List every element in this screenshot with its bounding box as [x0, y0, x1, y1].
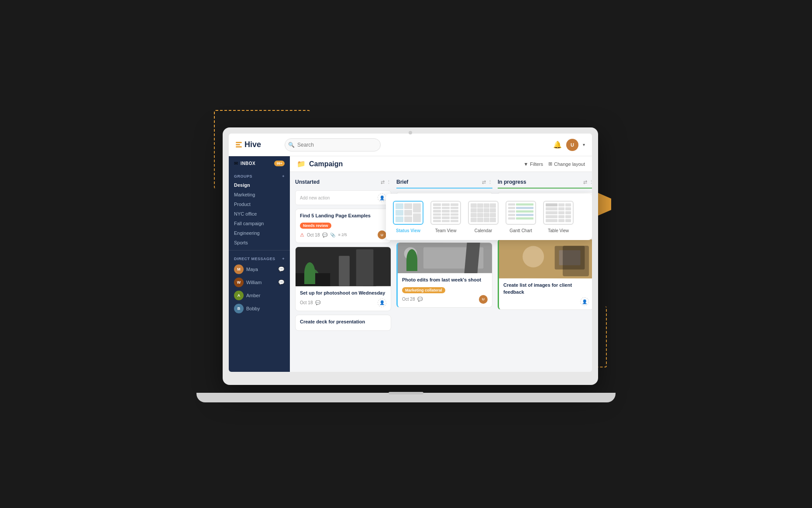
filters-label: Filters — [530, 161, 543, 167]
col-expand-icon[interactable]: ⇄ — [381, 179, 385, 185]
search-input[interactable] — [285, 138, 381, 151]
card-meta-7: 👤 — [503, 297, 589, 306]
table-row-4 — [546, 215, 571, 218]
dm-label: DIRECT MESSAGES — [234, 257, 275, 261]
view-label-table: Table View — [548, 228, 569, 233]
col-actions-brief: ⇄ ⋮ — [482, 179, 492, 185]
gantt-label-5 — [508, 217, 515, 220]
card-title-1: Find 5 Landing Page Examples — [300, 213, 386, 219]
laptop-shell: Hive 🔍 🔔 U ▾ ✉ — [223, 127, 598, 385]
client-image — [499, 239, 592, 278]
svg-point-11 — [523, 246, 544, 268]
webcam-notch — [409, 131, 412, 134]
view-thumb-team — [430, 201, 461, 225]
progress-1: ≡ 2/5 — [338, 233, 347, 237]
sidebar-item-engineering[interactable]: Engineering — [229, 228, 290, 238]
add-action-text-unstarted: Add new action — [300, 196, 330, 200]
search-icon: 🔍 — [288, 142, 295, 148]
dm-bobby[interactable]: B Bobby — [229, 302, 290, 315]
view-option-table[interactable]: Table View — [543, 201, 574, 233]
team-view-thumb — [433, 203, 458, 222]
svg-rect-2 — [339, 256, 350, 286]
inbox-badge: 99+ — [274, 161, 285, 166]
col-header-unstarted: Unstarted ⇄ ⋮ — [295, 177, 391, 187]
col-more-icon-inprogress[interactable]: ⋮ — [589, 179, 592, 185]
view-thumb-calendar — [468, 201, 499, 225]
view-option-calendar[interactable]: Calendar — [468, 201, 499, 233]
avatar[interactable]: U — [566, 139, 578, 151]
alert-icon-1: ⚠ — [300, 232, 304, 238]
view-option-status[interactable]: Status View — [393, 201, 423, 233]
dm-add-icon[interactable]: + — [282, 257, 285, 261]
kanban-board: Unstarted ⇄ ⋮ Add new action 👤 — [290, 172, 592, 372]
card-body-3: Create deck for presentation — [296, 315, 391, 330]
svg-rect-5 — [296, 273, 330, 286]
gantt-row-4 — [508, 214, 533, 216]
col-more-icon[interactable]: ⋮ — [386, 179, 391, 185]
card-client-images[interactable]: Create list of images for client feedbac… — [498, 239, 592, 310]
filters-button[interactable]: ▼ Filters — [523, 161, 543, 167]
column-unstarted: Unstarted ⇄ ⋮ Add new action 👤 — [295, 177, 391, 367]
sidebar-item-product[interactable]: Product — [229, 199, 290, 209]
sidebar-item-sports[interactable]: Sports — [229, 238, 290, 247]
card-photoshoot[interactable]: Set up for photoshoot on Wednesday Oct 1… — [295, 247, 391, 311]
photoshoot-image — [296, 247, 391, 286]
card-avatar-5: U — [479, 295, 488, 304]
col-more-icon-brief[interactable]: ⋮ — [488, 179, 492, 185]
header-right: 🔔 U ▾ — [553, 139, 585, 151]
card-meta-5: Oct 28 💬 U — [402, 295, 488, 304]
inbox-label: INBOX — [241, 161, 255, 166]
avatar-dropdown-icon[interactable]: ▾ — [583, 142, 585, 147]
sidebar-item-design[interactable]: Design — [229, 180, 290, 190]
comment-icon-1: 💬 — [322, 233, 327, 237]
comment-icon-5: 💬 — [417, 297, 423, 302]
sidebar-divider — [229, 250, 290, 251]
change-layout-button[interactable]: ⊞ Change layout — [548, 161, 585, 167]
bell-icon[interactable]: 🔔 — [553, 141, 562, 149]
sidebar: ✉ INBOX 99+ GROUPS + Design Marketing Pr… — [229, 156, 290, 372]
view-option-gantt[interactable]: Gantt Chart — [506, 201, 536, 233]
card-date-1: Oct 18 — [307, 233, 320, 237]
dm-name-maya: Maya — [246, 267, 258, 272]
tag-needs-review: Needs review — [300, 223, 331, 229]
sidebar-item-nyc[interactable]: NYC office — [229, 209, 290, 219]
groups-label: GROUPS — [234, 174, 252, 178]
col-header-brief: Brief ⇄ ⋮ — [396, 177, 492, 189]
comment-icon-2: 💬 — [315, 300, 320, 305]
unassigned-avatar-2: 👤 — [378, 299, 386, 307]
gantt-row-5 — [508, 217, 533, 220]
gantt-label-2 — [508, 207, 515, 209]
view-option-team[interactable]: Team View — [430, 201, 461, 233]
card-create-deck[interactable]: Create deck for presentation — [295, 315, 391, 331]
status-col-1 — [396, 203, 403, 222]
dm-name-bobby: Bobby — [246, 306, 260, 311]
laptop-screen: Hive 🔍 🔔 U ▾ ✉ — [229, 134, 592, 372]
col-expand-icon-inprogress[interactable]: ⇄ — [583, 179, 587, 185]
sidebar-item-marketing[interactable]: Marketing — [229, 190, 290, 199]
table-row-5 — [546, 219, 571, 222]
view-label-gantt: Gantt Chart — [509, 228, 532, 233]
gantt-bar-1 — [516, 203, 533, 206]
laptop-frame: Hive 🔍 🔔 U ▾ ✉ — [188, 106, 624, 402]
groups-add-icon[interactable]: + — [282, 174, 285, 178]
laptop-hinge — [389, 392, 423, 395]
gantt-thumb — [508, 203, 533, 222]
card-find-landing[interactable]: Find 5 Landing Page Examples Needs revie… — [295, 209, 391, 243]
col-expand-icon-brief[interactable]: ⇄ — [482, 179, 486, 185]
gantt-bar-5 — [516, 217, 533, 220]
card-date-2: Oct 18 — [300, 300, 313, 305]
dm-bubble-william: 💬 — [278, 279, 285, 285]
dm-william[interactable]: W William 💬 — [229, 276, 290, 289]
view-thumb-table — [543, 201, 574, 225]
card-photo-edits[interactable]: Photo edits from last week's shoot Marke… — [396, 242, 492, 307]
add-action-unstarted[interactable]: Add new action 👤 — [295, 190, 391, 205]
col-header-inprogress: In progress ⇄ ⋮ — [498, 177, 592, 189]
logo-area: Hive — [236, 140, 279, 149]
inbox-button[interactable]: ✉ INBOX 99+ — [229, 156, 290, 171]
dm-amber[interactable]: A Amber — [229, 289, 290, 302]
tag-marketing: Marketing collateral — [402, 287, 445, 293]
sidebar-item-fall[interactable]: Fall campaign — [229, 219, 290, 228]
unassigned-avatar-7: 👤 — [580, 297, 589, 306]
view-thumb-gantt — [506, 201, 536, 225]
dm-maya[interactable]: M Maya 💬 — [229, 263, 290, 276]
